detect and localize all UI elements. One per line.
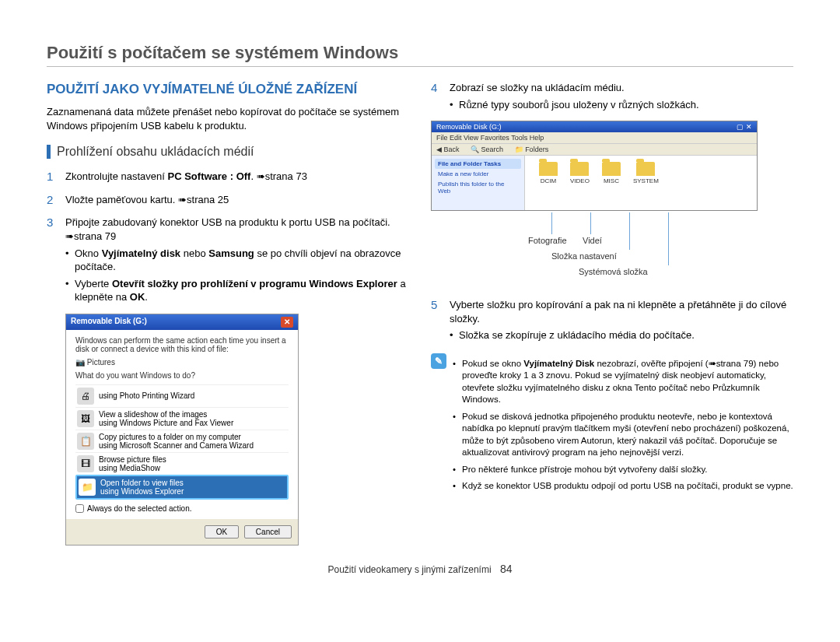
option-sub: using Windows Explorer bbox=[100, 487, 184, 496]
step-text: . ➠strana 73 bbox=[250, 170, 306, 182]
step-2: 2 Vložte paměťovou kartu. ➠strana 25 bbox=[47, 193, 409, 207]
folder-dcim[interactable]: DCIM bbox=[539, 162, 558, 204]
note-text: Pokud se disková jednotka připojeného pr… bbox=[453, 411, 793, 459]
explorer-toolbar[interactable]: ◀ Back 🔍 Search 📁 Folders bbox=[432, 144, 757, 156]
folders-button[interactable]: Folders bbox=[525, 146, 548, 153]
step-5: 5 Vyberte složku pro kopírování a pak na… bbox=[431, 298, 793, 342]
step-text: Zobrazí se složky na ukládacím médiu. bbox=[450, 82, 625, 93]
step-text: Zkontrolujte nastavení bbox=[65, 170, 168, 182]
note-section: ✎ Pokud se okno Vyjímatelný Disk nezobra… bbox=[431, 353, 793, 493]
step-text: Připojte zabudovaný konektor USB na prod… bbox=[65, 216, 390, 242]
window-controls[interactable]: ▢ ✕ bbox=[737, 123, 752, 131]
folder-icon bbox=[570, 162, 589, 176]
step-bold: PC Software : Off bbox=[168, 170, 251, 182]
explorer-menu[interactable]: File Edit View Favorites Tools Help bbox=[432, 132, 757, 144]
explorer-content: DCIM VIDEO MISC SYSTEM bbox=[525, 156, 757, 210]
bullet-text: Různé typy souborů jsou uloženy v různýc… bbox=[450, 98, 793, 112]
step-3: 3 Připojte zabudovaný konektor USB na pr… bbox=[47, 216, 409, 303]
callout-settings: Složka nastavení bbox=[551, 251, 617, 261]
intro-text: Zaznamenaná data můžete přenášet nebo ko… bbox=[47, 105, 409, 132]
callout-video: Videí bbox=[583, 236, 602, 245]
dialog-prompt: What do you want Windows to do? bbox=[75, 371, 289, 380]
folder-label: VIDEO bbox=[570, 177, 590, 184]
right-column: 4 Zobrazí se složky na ukládacím médiu. … bbox=[431, 81, 793, 546]
page-title: Použití s počítačem se systémem Windows bbox=[47, 43, 793, 67]
back-button[interactable]: Back bbox=[444, 146, 460, 153]
note-text: Pokud se okno bbox=[462, 359, 523, 368]
step-1: 1 Zkontrolujte nastavení PC Software : O… bbox=[47, 170, 409, 184]
explorer-title: Removable Disk (G:) bbox=[436, 123, 502, 131]
checkbox-label: Always do the selected action. bbox=[87, 504, 192, 513]
bullet-bold: Samsung bbox=[208, 247, 254, 259]
note-icon: ✎ bbox=[431, 353, 446, 369]
option-label: Open folder to view files bbox=[100, 479, 184, 487]
folder-label: SYSTEM bbox=[633, 177, 659, 184]
folder-misc[interactable]: MISC bbox=[602, 162, 621, 204]
bullet-text: . bbox=[145, 291, 148, 303]
option-sub: using Microsoft Scanner and Camera Wizar… bbox=[99, 441, 254, 450]
option-sub: using MediaShow bbox=[99, 464, 166, 472]
dialog-option-selected[interactable]: 📁Open folder to view filesusing Windows … bbox=[75, 475, 289, 500]
search-button[interactable]: Search bbox=[481, 146, 504, 153]
bullet-bold: Otevřít složky pro prohlížení v programu… bbox=[112, 278, 397, 289]
option-label: Browse picture files bbox=[99, 455, 166, 464]
folder-icon bbox=[539, 162, 558, 176]
footer-text: Použití videokamery s jinými zařízeními bbox=[328, 564, 492, 575]
option-label: using Photo Printing Wizard bbox=[99, 391, 194, 400]
explorer-sidebar: File and Folder Tasks Make a new folder … bbox=[432, 156, 525, 210]
step-4: 4 Zobrazí se složky na ukládacím médiu. … bbox=[431, 81, 793, 111]
bullet-bold: OK bbox=[130, 291, 145, 303]
step-text: Vložte paměťovou kartu. ➠strana 25 bbox=[65, 193, 409, 207]
option-label: Copy pictures to a folder on my computer bbox=[99, 433, 254, 441]
bullet-text: Složka se zkopíruje z ukládacího média d… bbox=[450, 328, 793, 342]
sidebar-task-header: File and Folder Tasks bbox=[435, 159, 521, 169]
explorer-window: Removable Disk (G:)▢ ✕ File Edit View Fa… bbox=[431, 121, 758, 211]
folder-label: MISC bbox=[604, 177, 619, 184]
folder-icon bbox=[636, 162, 655, 176]
section-heading: POUŽITÍ JAKO VYJÍMATELNÉ ÚLOŽNÉ ZAŘÍZENÍ bbox=[47, 81, 409, 97]
cancel-button[interactable]: Cancel bbox=[244, 525, 292, 539]
callout-system: Systémová složka bbox=[579, 267, 648, 276]
dialog-text: Windows can perform the same action each… bbox=[75, 336, 289, 353]
callout-foto: Fotografie bbox=[528, 236, 567, 245]
step-number: 5 bbox=[431, 298, 442, 342]
dialog-pictures: Pictures bbox=[87, 358, 115, 367]
dialog-option[interactable]: 🖼View a slideshow of the imagesusing Win… bbox=[75, 407, 289, 430]
folder-callouts: Fotografie Videí Složka nastavení Systém… bbox=[431, 212, 758, 298]
folder-label: DCIM bbox=[541, 177, 556, 184]
dialog-option[interactable]: 🎞Browse picture filesusing MediaShow bbox=[75, 452, 289, 475]
dialog-title: Removable Disk (G:) bbox=[71, 317, 147, 328]
dialog-option[interactable]: 📋Copy pictures to a folder on my compute… bbox=[75, 430, 289, 452]
folder-system[interactable]: SYSTEM bbox=[633, 162, 659, 204]
page-number: 84 bbox=[500, 563, 513, 575]
option-label: View a slideshow of the images bbox=[99, 410, 233, 419]
close-icon[interactable]: ✕ bbox=[281, 317, 293, 328]
bullet-bold: Vyjímatelný disk bbox=[102, 247, 180, 259]
bullet-text: Vyberte bbox=[75, 278, 112, 289]
step-number: 4 bbox=[431, 81, 442, 111]
folder-video[interactable]: VIDEO bbox=[570, 162, 590, 204]
note-text: Pro některé funkce přístroje mohou být v… bbox=[453, 464, 793, 476]
dialog-option[interactable]: 🖨using Photo Printing Wizard bbox=[75, 384, 289, 407]
option-sub: using Windows Picture and Fax Viewer bbox=[99, 419, 233, 427]
ok-button[interactable]: OK bbox=[205, 525, 239, 539]
note-text: Když se konektor USB produktu odpojí od … bbox=[453, 480, 793, 493]
sidebar-link[interactable]: Make a new folder bbox=[435, 169, 521, 179]
step-number: 1 bbox=[47, 170, 58, 184]
step-text: Vyberte složku pro kopírování a pak na n… bbox=[450, 299, 786, 325]
page-footer: Použití videokamery s jinými zařízeními … bbox=[47, 563, 793, 575]
bullet-text: nebo bbox=[180, 247, 208, 259]
step-number: 2 bbox=[47, 193, 58, 207]
left-column: POUŽITÍ JAKO VYJÍMATELNÉ ÚLOŽNÉ ZAŘÍZENÍ… bbox=[47, 81, 409, 546]
always-checkbox[interactable]: Always do the selected action. bbox=[75, 504, 289, 513]
folder-icon bbox=[602, 162, 621, 176]
autoplay-dialog: Removable Disk (G:) ✕ Windows can perfor… bbox=[65, 314, 299, 546]
sidebar-link[interactable]: Publish this folder to the Web bbox=[435, 179, 521, 196]
note-bold: Vyjímatelný Disk bbox=[523, 359, 594, 368]
bullet-text: Okno bbox=[75, 247, 102, 259]
step-number: 3 bbox=[47, 216, 58, 303]
sub-heading: Prohlížení obsahu ukládacích médií bbox=[47, 145, 409, 159]
